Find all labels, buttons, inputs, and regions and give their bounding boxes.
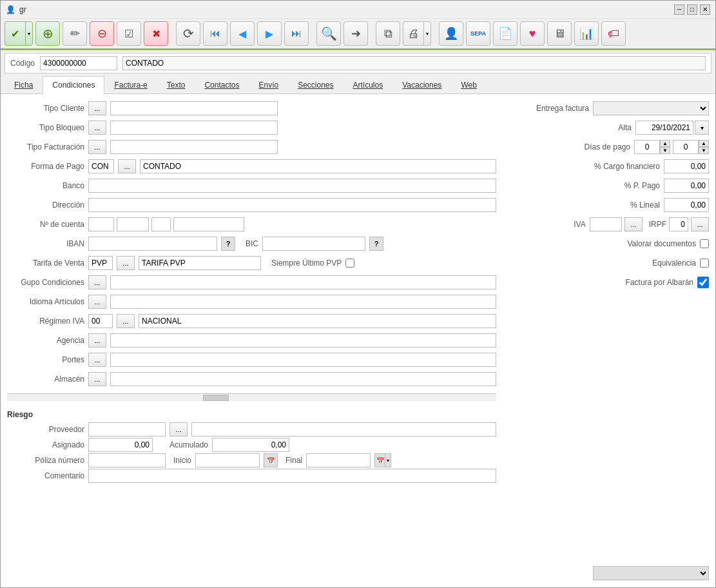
check-button[interactable]: ☑ (117, 21, 141, 46)
cuenta-part2[interactable] (117, 217, 149, 231)
tab-ficha[interactable]: Ficha (5, 76, 43, 93)
tipo-cliente-btn[interactable]: ... (88, 101, 106, 115)
tab-articulos[interactable]: Artículos (343, 76, 393, 93)
alta-dropdown-btn[interactable]: ▾ (695, 121, 709, 135)
dias-up2[interactable]: ▲ (699, 140, 709, 147)
print-arrow[interactable]: ▾ (423, 21, 431, 46)
goto-button[interactable]: ➜ (343, 21, 368, 46)
acumulado-input[interactable] (212, 438, 289, 452)
dias-input1[interactable] (634, 140, 660, 154)
dias-down2[interactable]: ▼ (699, 147, 709, 154)
tab-facturae[interactable]: Factura-e (104, 76, 157, 93)
cuenta-part4[interactable] (173, 217, 244, 231)
tab-contactos[interactable]: Contactos (195, 76, 249, 93)
ppago-input[interactable] (664, 179, 709, 193)
last-button[interactable]: ⏭ (284, 21, 309, 46)
iva-btn[interactable]: ... (624, 217, 643, 231)
idioma-input[interactable] (110, 295, 496, 309)
confirm-main[interactable]: ✔ (5, 21, 25, 46)
tipo-bloqueo-btn[interactable]: ... (88, 121, 106, 135)
cuenta-part3[interactable] (151, 217, 171, 231)
final-cal-split[interactable]: 📅 ▾ (374, 453, 391, 467)
tab-envio[interactable]: Envío (249, 76, 288, 93)
lineal-input[interactable] (664, 198, 709, 212)
proveedor-btn[interactable]: ... (169, 422, 188, 436)
scrollbar-thumb[interactable] (203, 395, 229, 401)
agencia-input[interactable] (110, 333, 496, 348)
cancel-button[interactable]: ✖ (144, 21, 168, 46)
entrega-dropdown[interactable] (593, 101, 709, 115)
tipo-facturacion-btn[interactable]: ... (88, 140, 106, 154)
monitor-button[interactable]: 🖥 (547, 21, 572, 46)
regimen-input[interactable] (139, 314, 496, 328)
tab-condiciones[interactable]: Condiciones (43, 76, 104, 94)
forma-pago-code[interactable] (88, 159, 114, 173)
search-button[interactable]: 🔍 (316, 21, 341, 46)
tab-secciones[interactable]: Secciones (288, 76, 343, 93)
chart-button[interactable]: 📊 (574, 21, 599, 46)
inicio-cal-btn[interactable]: 📅 (264, 453, 278, 467)
delete-button[interactable]: ⊖ (90, 21, 114, 46)
irpf-btn[interactable]: ... (691, 217, 709, 231)
scrollbar[interactable] (7, 393, 496, 401)
tab-web[interactable]: Web (451, 76, 486, 93)
dias-input2[interactable] (673, 140, 699, 154)
tarifa-input[interactable] (139, 256, 261, 270)
heart-button[interactable]: ♥ (520, 21, 545, 46)
iban-input[interactable] (88, 237, 217, 251)
asignado-input[interactable] (88, 438, 153, 452)
tipo-cliente-input[interactable] (110, 101, 278, 115)
tab-texto[interactable]: Texto (157, 76, 195, 93)
close-button[interactable]: ✕ (700, 5, 710, 15)
grupo-btn[interactable]: ... (88, 275, 106, 289)
forma-pago-btn[interactable]: ... (118, 159, 136, 173)
agencia-btn[interactable]: ... (88, 333, 106, 348)
doc-button[interactable]: 📄 (493, 21, 518, 46)
add-button[interactable]: ⊕ (35, 21, 60, 46)
final-cal-arrow[interactable]: ▾ (385, 453, 391, 467)
grupo-input[interactable] (110, 275, 496, 289)
codigo-name-input[interactable] (122, 56, 706, 70)
tab-vacaciones[interactable]: Vacaciones (392, 76, 451, 93)
iban-question-btn[interactable]: ? (221, 237, 235, 251)
portes-btn[interactable]: ... (88, 353, 106, 367)
alta-input[interactable] (635, 121, 693, 135)
forma-pago-input[interactable] (140, 159, 496, 173)
confirm-arrow[interactable]: ▾ (25, 21, 33, 46)
factura-albaran-checkbox[interactable] (697, 277, 709, 288)
idioma-btn[interactable]: ... (88, 295, 106, 309)
prev-button[interactable]: ◀ (230, 21, 255, 46)
final-cal-main[interactable]: 📅 (374, 453, 385, 467)
user-button[interactable]: 👤 (439, 21, 463, 46)
print-split-button[interactable]: 🖨 ▾ (403, 21, 431, 46)
irpf-input[interactable] (669, 217, 688, 231)
almacen-input[interactable] (110, 372, 496, 386)
proveedor-name-input[interactable] (191, 422, 496, 436)
bottom-dropdown[interactable] (593, 566, 709, 580)
cargo-input[interactable] (664, 159, 709, 173)
almacen-btn[interactable]: ... (88, 372, 106, 386)
sepa-button[interactable]: SEPA (466, 21, 490, 46)
regimen-btn[interactable]: ... (117, 314, 135, 328)
siempre-checkbox[interactable] (345, 259, 354, 268)
tipo-bloqueo-input[interactable] (110, 121, 278, 135)
next-button[interactable]: ▶ (257, 21, 282, 46)
dias-down1[interactable]: ▼ (660, 147, 670, 154)
valorar-checkbox[interactable] (700, 239, 709, 248)
bic-question-btn[interactable]: ? (369, 237, 383, 251)
confirm-split-button[interactable]: ✔ ▾ (5, 21, 33, 46)
inicio-input[interactable] (195, 453, 260, 467)
proveedor-input[interactable] (88, 422, 166, 436)
equivalencia-checkbox[interactable] (700, 259, 709, 268)
copy-button[interactable]: ⧉ (376, 21, 400, 46)
tag-button[interactable]: 🏷 (601, 21, 626, 46)
portes-input[interactable] (110, 353, 496, 367)
comentario-input[interactable] (88, 469, 496, 483)
first-button[interactable]: ⏮ (203, 21, 227, 46)
edit-button[interactable]: ✏ (63, 21, 87, 46)
refresh-button[interactable]: ⟳ (176, 21, 200, 46)
maximize-button[interactable]: □ (687, 5, 697, 15)
dias-up1[interactable]: ▲ (660, 140, 670, 147)
bic-input[interactable] (262, 237, 365, 251)
codigo-input[interactable] (40, 56, 117, 70)
